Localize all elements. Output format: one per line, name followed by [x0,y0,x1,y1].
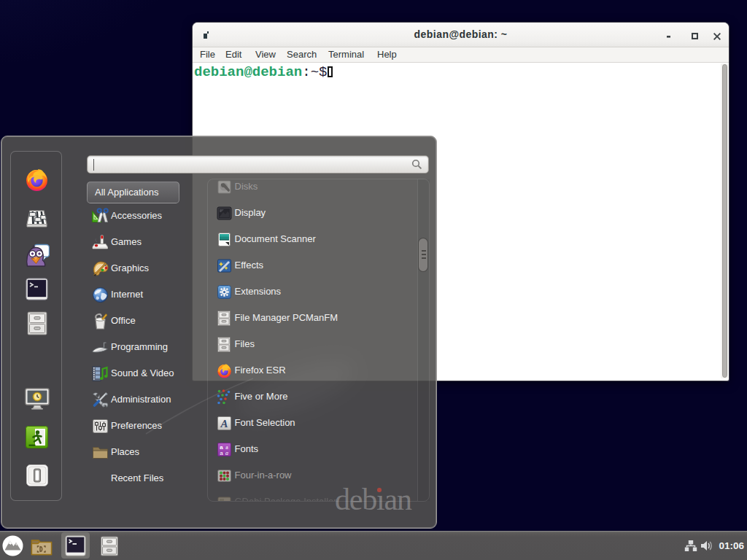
svg-text:A: A [220,418,228,429]
svg-text:a: a [225,450,228,456]
svg-text:a: a [220,450,223,456]
